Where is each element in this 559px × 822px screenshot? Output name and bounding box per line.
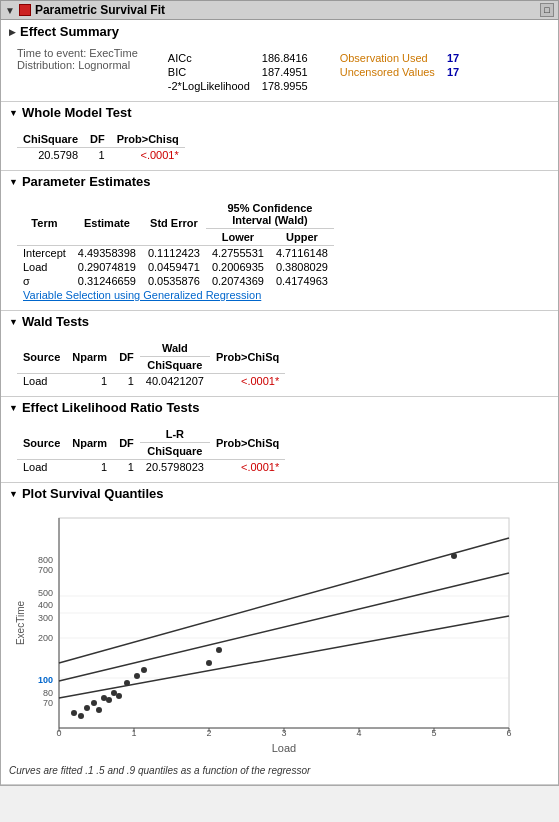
svg-point-39 bbox=[106, 697, 112, 703]
svg-point-36 bbox=[91, 700, 97, 706]
effect-summary-header[interactable]: ▶ Effect Summary bbox=[1, 20, 558, 43]
elrt-table: Source Nparm DF L-R Prob>ChiSq ChiSquare… bbox=[17, 426, 285, 474]
wald-col-df: DF bbox=[113, 340, 140, 374]
svg-text:400: 400 bbox=[38, 600, 53, 610]
svg-point-41 bbox=[116, 693, 122, 699]
wald-source-load: Load bbox=[17, 374, 66, 389]
pe-body: Term Estimate Std Error 95% ConfidenceIn… bbox=[1, 192, 558, 310]
wald-nparm-load: 1 bbox=[66, 374, 113, 389]
parameter-estimates-section: ▼ Parameter Estimates Term Estimate Std … bbox=[1, 171, 558, 311]
pe-est-load: 0.29074819 bbox=[72, 260, 142, 274]
svg-point-43 bbox=[134, 673, 140, 679]
svg-point-34 bbox=[78, 713, 84, 719]
svg-point-46 bbox=[216, 647, 222, 653]
pe-upper-sigma: 0.4174963 bbox=[270, 274, 334, 288]
stat-val-2: 187.4951 bbox=[256, 65, 314, 79]
pe-term-intercept: Intercept bbox=[17, 246, 72, 261]
wald-body: Source Nparm DF Wald Prob>ChiSq ChiSquar… bbox=[1, 332, 558, 396]
svg-text:Load: Load bbox=[272, 742, 296, 754]
elrt-title: Effect Likelihood Ratio Tests bbox=[22, 400, 199, 415]
whole-model-header[interactable]: ▼ Whole Model Test bbox=[1, 102, 558, 123]
svg-text:100: 100 bbox=[38, 675, 53, 685]
elrt-col-nparm: Nparm bbox=[66, 426, 113, 460]
svg-point-37 bbox=[96, 707, 102, 713]
svg-text:700: 700 bbox=[38, 565, 53, 575]
pe-tri-icon: ▼ bbox=[9, 177, 18, 187]
svg-point-44 bbox=[141, 667, 147, 673]
right-stat-name-2: Uncensored Values bbox=[334, 65, 441, 79]
wmt-tri-icon: ▼ bbox=[9, 108, 18, 118]
effect-summary-title: Effect Summary bbox=[20, 24, 119, 39]
wald-header[interactable]: ▼ Wald Tests bbox=[1, 311, 558, 332]
svg-point-40 bbox=[111, 690, 117, 696]
table-row: -2*LogLikelihood 178.9955 bbox=[162, 79, 314, 93]
svg-text:80: 80 bbox=[43, 688, 53, 698]
collapse-icon[interactable]: ▼ bbox=[5, 5, 15, 16]
right-stat-name-1: Observation Used bbox=[334, 51, 441, 65]
right-stats-table: Observation Used 17 Uncensored Values 17 bbox=[334, 51, 465, 79]
wmt-val-df: 1 bbox=[84, 148, 111, 163]
elrt-nparm-load: 1 bbox=[66, 460, 113, 475]
wald-col-chisq: ChiSquare bbox=[140, 357, 210, 374]
elrt-chisq-load: 20.5798023 bbox=[140, 460, 210, 475]
whole-model-test-section: ▼ Whole Model Test ChiSquare DF Prob>Chi… bbox=[1, 102, 558, 171]
wald-tri-icon: ▼ bbox=[9, 317, 18, 327]
svg-point-42 bbox=[124, 680, 130, 686]
window-title: Parametric Survival Fit bbox=[35, 3, 165, 17]
window-button[interactable]: □ bbox=[540, 3, 554, 17]
stat-name-3: -2*LogLikelihood bbox=[162, 79, 256, 93]
table-row: σ 0.31246659 0.0535876 0.2074369 0.41749… bbox=[17, 274, 334, 288]
effect-summary-body: Time to event: ExecTime Distribution: Lo… bbox=[1, 43, 558, 101]
svg-text:70: 70 bbox=[43, 698, 53, 708]
elrt-col-chisq: ChiSquare bbox=[140, 443, 210, 460]
stat-name-2: BIC bbox=[162, 65, 256, 79]
svg-text:500: 500 bbox=[38, 588, 53, 598]
svg-text:800: 800 bbox=[38, 555, 53, 565]
effect-stats-right: Observation Used 17 Uncensored Values 17 bbox=[334, 47, 465, 79]
pe-se-load: 0.0459471 bbox=[142, 260, 206, 274]
table-row: Load 1 1 40.0421207 <.0001* bbox=[17, 374, 285, 389]
stat-val-3: 178.9955 bbox=[256, 79, 314, 93]
wald-col-chisq-head: Wald bbox=[140, 340, 210, 357]
pe-lower-sigma: 0.2074369 bbox=[206, 274, 270, 288]
elrt-tri-icon: ▼ bbox=[9, 403, 18, 413]
pe-col-lower: Lower bbox=[206, 229, 270, 246]
chart-note: Curves are fitted .1 .5 and .9 quantiles… bbox=[9, 765, 550, 776]
svg-point-47 bbox=[451, 553, 457, 559]
pe-header[interactable]: ▼ Parameter Estimates bbox=[1, 171, 558, 192]
svg-point-45 bbox=[206, 660, 212, 666]
wald-header-row-1: Source Nparm DF Wald Prob>ChiSq bbox=[17, 340, 285, 357]
elrt-prob-load: <.0001* bbox=[210, 460, 285, 475]
elrt-col-source: Source bbox=[17, 426, 66, 460]
wald-table: Source Nparm DF Wald Prob>ChiSq ChiSquar… bbox=[17, 340, 285, 388]
chart-svg: 800 700 500 400 300 200 100 80 70 0 1 2 … bbox=[9, 508, 529, 758]
var-selection-link[interactable]: Variable Selection using Generalized Reg… bbox=[23, 289, 261, 301]
effect-stats-table: AICc 186.8416 BIC 187.4951 -2*LogLikelih… bbox=[162, 51, 314, 93]
plot-header[interactable]: ▼ Plot Survival Quantiles bbox=[1, 483, 558, 504]
tri-icon: ▶ bbox=[9, 27, 16, 37]
stat-name-1: AICc bbox=[162, 51, 256, 65]
table-row: Load 0.29074819 0.0459471 0.2006935 0.38… bbox=[17, 260, 334, 274]
pe-est-sigma: 0.31246659 bbox=[72, 274, 142, 288]
main-content: ▶ Effect Summary Time to event: ExecTime… bbox=[0, 20, 559, 786]
pe-se-intercept: 0.1112423 bbox=[142, 246, 206, 261]
pe-upper-intercept: 4.7116148 bbox=[270, 246, 334, 261]
effect-meta-left: Time to event: ExecTime Distribution: Lo… bbox=[17, 47, 138, 71]
wmt-val-prob: <.0001* bbox=[111, 148, 185, 163]
elrt-col-df: DF bbox=[113, 426, 140, 460]
elrt-header-row-1: Source Nparm DF L-R Prob>ChiSq bbox=[17, 426, 285, 443]
wald-df-load: 1 bbox=[113, 374, 140, 389]
wald-prob-load: <.0001* bbox=[210, 374, 285, 389]
svg-point-33 bbox=[71, 710, 77, 716]
plot-tri-icon: ▼ bbox=[9, 489, 18, 499]
elrt-body: Source Nparm DF L-R Prob>ChiSq ChiSquare… bbox=[1, 418, 558, 482]
wald-title: Wald Tests bbox=[22, 314, 89, 329]
pe-lower-intercept: 4.2755531 bbox=[206, 246, 270, 261]
elrt-df-load: 1 bbox=[113, 460, 140, 475]
table-row: Variable Selection using Generalized Reg… bbox=[17, 288, 334, 302]
elrt-header[interactable]: ▼ Effect Likelihood Ratio Tests bbox=[1, 397, 558, 418]
table-row: Intercept 4.49358398 0.1112423 4.2755531… bbox=[17, 246, 334, 261]
pe-upper-load: 0.3808029 bbox=[270, 260, 334, 274]
pe-col-upper: Upper bbox=[270, 229, 334, 246]
svg-text:300: 300 bbox=[38, 613, 53, 623]
